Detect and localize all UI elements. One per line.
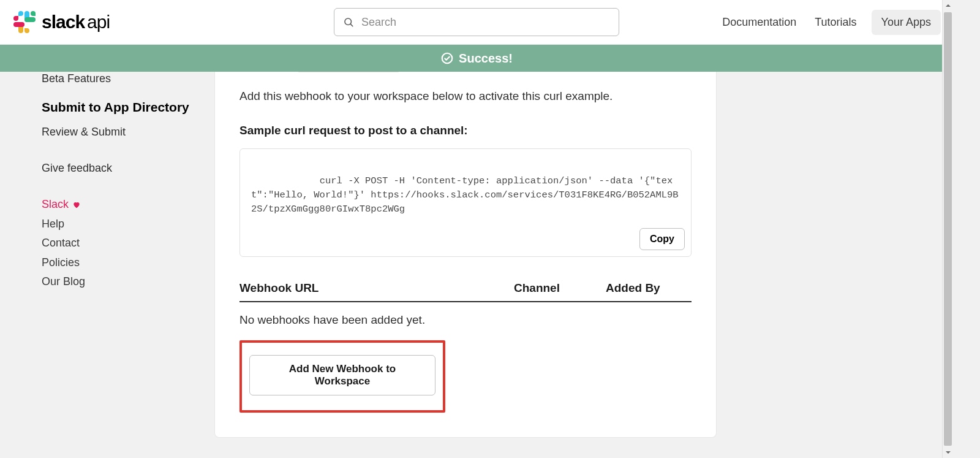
col-channel: Channel (514, 281, 606, 295)
sidebar-item-give-feedback[interactable]: Give feedback (42, 158, 201, 178)
top-header: slack api Documentation Tutorials Your A… (0, 0, 953, 45)
sidebar-link-slack[interactable]: Slack (42, 194, 201, 215)
brand-text: slack api (42, 12, 110, 32)
success-banner: Success! (0, 45, 953, 72)
nav-documentation[interactable]: Documentation (718, 11, 800, 34)
search-box[interactable] (334, 8, 619, 36)
empty-state-text: No webhooks have been added yet. (239, 313, 692, 327)
brand-bold: slack (42, 12, 85, 32)
sidebar: App Manifest NEW Beta Features Submit to… (0, 45, 214, 303)
heart-icon (72, 200, 81, 209)
webhook-table-header: Webhook URL Channel Added By (239, 281, 692, 302)
brand-light: api (87, 12, 110, 32)
code-sample-text: curl -X POST -H 'Content-type: applicati… (251, 175, 679, 215)
col-webhook-url: Webhook URL (239, 281, 514, 295)
add-new-webhook-button[interactable]: Add New Webhook to Workspace (249, 355, 435, 395)
sample-curl-heading: Sample curl request to post to a channel… (239, 124, 692, 137)
banner-text: Success! (459, 52, 513, 66)
search-icon (343, 17, 354, 28)
sidebar-section-submit: Submit to App Directory (42, 89, 201, 121)
search-input[interactable] (360, 15, 610, 29)
sidebar-item-label: Beta Features (42, 72, 111, 85)
chevron-down-icon (945, 449, 951, 456)
sidebar-link-policies[interactable]: Policies (42, 253, 201, 272)
brand-logo[interactable]: slack api (13, 11, 110, 33)
banner-layer: Success! (0, 45, 953, 72)
sidebar-item-label: Slack (42, 197, 69, 212)
nav-tutorials[interactable]: Tutorials (811, 11, 860, 34)
paragraph-activate: Add this webhook to your workspace below… (239, 90, 692, 103)
slack-icon (13, 11, 36, 33)
copy-button[interactable]: Copy (639, 228, 685, 250)
vertical-scrollbar[interactable] (942, 0, 953, 458)
content-card: body of an application/json POST request… (214, 45, 717, 438)
add-webhook-highlight: Add New Webhook to Workspace (239, 340, 445, 413)
sidebar-item-label: Review & Submit (42, 126, 126, 138)
main-column: body of an application/json POST request… (214, 18, 953, 438)
code-sample-box: curl -X POST -H 'Content-type: applicati… (239, 148, 692, 258)
sidebar-item-review-submit[interactable]: Review & Submit (42, 122, 201, 142)
search-wrap (334, 8, 619, 36)
nav-your-apps[interactable]: Your Apps (872, 10, 941, 35)
scroll-up-button[interactable] (943, 0, 953, 11)
sidebar-item-label: Give feedback (42, 162, 112, 174)
sidebar-link-help[interactable]: Help (42, 215, 201, 234)
check-circle-icon (440, 52, 454, 65)
sidebar-item-beta-features[interactable]: Beta Features (42, 69, 201, 89)
svg-line-1 (350, 24, 353, 26)
sidebar-link-contact[interactable]: Contact (42, 234, 201, 253)
scroll-down-button[interactable] (943, 447, 953, 458)
scroll-thumb[interactable] (944, 12, 952, 446)
col-added-by: Added By (606, 281, 692, 295)
viewport: slack api Documentation Tutorials Your A… (0, 0, 953, 458)
below-header: App Manifest NEW Beta Features Submit to… (0, 18, 953, 431)
chevron-up-icon (945, 2, 951, 9)
sidebar-link-our-blog[interactable]: Our Blog (42, 272, 201, 291)
top-nav: Documentation Tutorials Your Apps (718, 10, 953, 35)
